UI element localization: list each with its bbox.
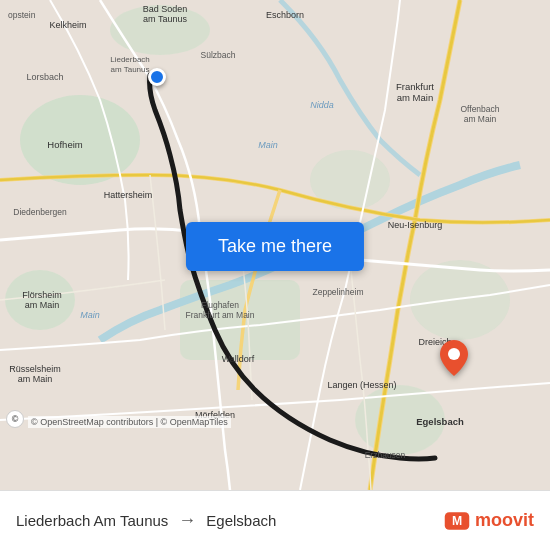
osm-logo: © [6, 410, 24, 428]
moovit-logo: M moovit [443, 507, 534, 535]
svg-text:Neu-Isenburg: Neu-Isenburg [388, 220, 443, 230]
svg-text:Diedenbergen: Diedenbergen [13, 207, 67, 217]
route-to: Egelsbach [206, 512, 276, 529]
svg-text:am Main: am Main [464, 114, 497, 124]
destination-pin [440, 340, 468, 380]
svg-text:Sülzbach: Sülzbach [201, 50, 236, 60]
svg-text:am Main: am Main [25, 300, 60, 310]
bottom-bar: Liederbach Am Taunus → Egelsbach M moovi… [0, 490, 550, 550]
svg-text:Zeppelinheim: Zeppelinheim [312, 287, 363, 297]
svg-point-41 [448, 348, 460, 360]
svg-text:Kelkheim: Kelkheim [49, 20, 86, 30]
svg-text:Offenbach: Offenbach [460, 104, 499, 114]
moovit-icon: M [443, 507, 471, 535]
route-info: Liederbach Am Taunus → Egelsbach [16, 510, 276, 531]
origin-pin [148, 68, 166, 86]
attribution-text: © OpenStreetMap contributors | © OpenMap… [28, 416, 231, 428]
svg-text:Rüsselsheim: Rüsselsheim [9, 364, 61, 374]
svg-text:Liederbach: Liederbach [110, 55, 150, 64]
svg-text:Langen (Hessen): Langen (Hessen) [327, 380, 396, 390]
route-arrow: → [178, 510, 196, 531]
svg-text:Egelsbach: Egelsbach [416, 416, 464, 427]
svg-text:am Taunus: am Taunus [111, 65, 150, 74]
svg-text:Lorsbach: Lorsbach [26, 72, 63, 82]
svg-text:Frankfurt am Main: Frankfurt am Main [186, 310, 255, 320]
svg-text:Nidda: Nidda [310, 100, 334, 110]
svg-text:Hattersheim: Hattersheim [104, 190, 153, 200]
svg-text:opstein: opstein [8, 10, 36, 20]
take-me-there-button[interactable]: Take me there [186, 222, 364, 271]
svg-text:am Main: am Main [18, 374, 53, 384]
moovit-brand-text: moovit [475, 510, 534, 531]
map-container: Bad Soden am Taunus Eschborn Kelkheim Lo… [0, 0, 550, 490]
svg-text:Flörsheim: Flörsheim [22, 290, 62, 300]
route-from: Liederbach Am Taunus [16, 512, 168, 529]
svg-text:Main: Main [258, 140, 278, 150]
svg-text:am Main: am Main [397, 92, 433, 103]
svg-text:Walldorf: Walldorf [222, 354, 255, 364]
svg-text:Flughafen: Flughafen [201, 300, 239, 310]
svg-text:Main: Main [80, 310, 100, 320]
svg-text:Erzhausen: Erzhausen [365, 450, 406, 460]
svg-text:Eschborn: Eschborn [266, 10, 304, 20]
svg-text:am Taunus: am Taunus [143, 14, 187, 24]
svg-text:Bad Soden: Bad Soden [143, 4, 188, 14]
svg-text:M: M [452, 514, 462, 528]
svg-text:Hofheim: Hofheim [47, 139, 82, 150]
svg-text:Frankfurt: Frankfurt [396, 81, 434, 92]
